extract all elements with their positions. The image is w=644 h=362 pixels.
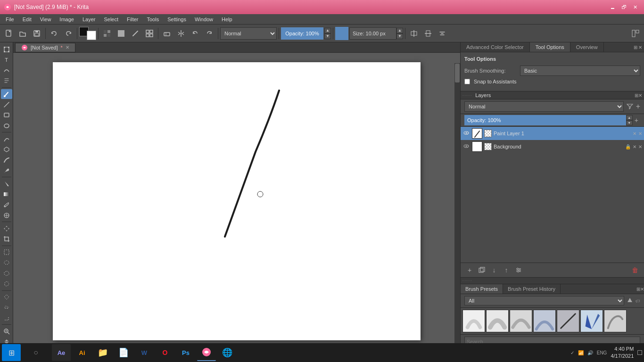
- taskbar-notepad-plus[interactable]: 📄: [114, 344, 133, 361]
- layers-opacity-down-btn[interactable]: ▼: [626, 120, 633, 125]
- taskbar-file-explorer[interactable]: 📁: [93, 344, 112, 361]
- menu-layer[interactable]: Layer: [79, 16, 99, 23]
- layers-filter-btn[interactable]: [627, 103, 633, 111]
- brush-preset-5[interactable]: [557, 310, 579, 332]
- brush-preset-3[interactable]: [510, 310, 532, 332]
- brush-settings-button[interactable]: [129, 27, 142, 40]
- panel-close-btn[interactable]: ✕: [638, 45, 642, 50]
- text-tool[interactable]: T: [1, 55, 12, 65]
- snap-to-assistants-checkbox[interactable]: [464, 79, 470, 84]
- zoom-tool[interactable]: [1, 326, 12, 336]
- layer-action-btn-1[interactable]: ✕: [633, 131, 636, 136]
- close-button[interactable]: ✕: [630, 2, 640, 12]
- taskbar-after-effects[interactable]: Ae: [52, 344, 71, 361]
- brush-smoothing-select[interactable]: Basic Weighted Stabilizer None: [520, 66, 640, 76]
- layers-add-btn[interactable]: +: [636, 102, 640, 111]
- taskbar-notification-icon[interactable]: □: [637, 348, 642, 357]
- tab-brush-preset-history[interactable]: Brush Preset History: [503, 284, 561, 294]
- add-layer-button[interactable]: +: [464, 265, 475, 275]
- layers-float-btn[interactable]: ⊞: [635, 93, 638, 98]
- taskbar-illustrator[interactable]: Ai: [73, 344, 91, 361]
- brush-preset-2[interactable]: [486, 310, 509, 332]
- brush-preset-6[interactable]: [580, 310, 603, 332]
- freehand-path-tool[interactable]: [1, 134, 12, 144]
- layer-properties-button[interactable]: [513, 265, 524, 275]
- restore-button[interactable]: 🗗: [619, 2, 629, 12]
- menu-filter[interactable]: Filter: [123, 16, 142, 23]
- layer-visibility-paint[interactable]: [462, 130, 470, 137]
- menu-image[interactable]: Image: [56, 16, 78, 23]
- mirror-h-button[interactable]: [407, 27, 421, 40]
- layer-action-btn-2[interactable]: ✕: [638, 131, 642, 136]
- menu-view[interactable]: View: [36, 16, 55, 23]
- canvas-viewport[interactable]: [13, 53, 460, 349]
- minimize-button[interactable]: 🗕: [607, 2, 618, 12]
- new-document-button[interactable]: [2, 27, 15, 40]
- calligraphy-tool[interactable]: [1, 155, 12, 165]
- contiguous-select-tool[interactable]: [1, 292, 12, 302]
- color-sampler-tool[interactable]: [1, 200, 12, 210]
- freehand-brush-tool[interactable]: [1, 89, 12, 99]
- gradient-tool[interactable]: [1, 189, 12, 199]
- background-color-swatch[interactable]: [87, 31, 96, 40]
- layer-item-background[interactable]: Background 🔒 ✕ ✕: [461, 140, 644, 153]
- canvas-drawing-area[interactable]: [53, 62, 421, 340]
- canvas-options-button[interactable]: [436, 27, 449, 40]
- freehand-transform-tool[interactable]: [1, 66, 12, 75]
- rotate-right-button[interactable]: [203, 27, 216, 40]
- tab-overview[interactable]: Overview: [570, 42, 604, 52]
- smart-patch-tool[interactable]: [1, 210, 12, 220]
- undo-button[interactable]: [48, 27, 61, 40]
- erase-button[interactable]: [160, 27, 173, 40]
- taskbar-photoshop[interactable]: Ps: [176, 344, 195, 361]
- similar-select-tool[interactable]: [1, 303, 12, 313]
- freehand-select-tool[interactable]: [1, 279, 12, 288]
- brush-preset-1[interactable]: [462, 310, 485, 332]
- duplicate-layer-button[interactable]: [477, 265, 487, 275]
- tab-advanced-color-selector[interactable]: Advanced Color Selector: [461, 42, 530, 52]
- pattern-button[interactable]: [100, 27, 114, 40]
- brush-panel-float-btn[interactable]: ⊞: [636, 284, 640, 294]
- symmetry-button[interactable]: [174, 27, 188, 40]
- brush-tag-select[interactable]: All Favorites: [464, 296, 624, 305]
- blend-mode-select[interactable]: Normal Multiply Screen Overlay: [220, 27, 277, 40]
- brush-preset-4[interactable]: [533, 310, 556, 332]
- rotate-left-button[interactable]: [189, 27, 202, 40]
- taskbar-start-button[interactable]: ⊞: [2, 344, 21, 361]
- size-down-button[interactable]: ▼: [396, 33, 403, 39]
- crop-tool[interactable]: [1, 234, 12, 244]
- menu-edit[interactable]: Edit: [19, 16, 35, 23]
- layers-opacity-up-btn[interactable]: ▲: [626, 115, 633, 120]
- move-tool[interactable]: [1, 223, 12, 233]
- rectangle-tool[interactable]: [1, 110, 12, 120]
- rect-select-tool[interactable]: [1, 247, 12, 257]
- delete-layer-button[interactable]: 🗑: [630, 265, 640, 275]
- tab-tool-options[interactable]: Tool Options: [530, 42, 570, 52]
- ellipse-select-tool[interactable]: [1, 258, 12, 268]
- ellipse-tool[interactable]: [1, 121, 12, 131]
- canvas-tab-close[interactable]: ✕: [66, 45, 69, 50]
- layers-collapse-btn[interactable]: +: [633, 116, 640, 124]
- layer-item-paint-layer-1[interactable]: Paint Layer 1 ✕ ✕: [461, 127, 644, 140]
- move-layer-up-button[interactable]: ↑: [501, 265, 512, 275]
- menu-settings[interactable]: Settings: [164, 16, 190, 23]
- polygon-select-tool[interactable]: [1, 268, 12, 278]
- canvas-tab[interactable]: [Not Saved] * ✕: [15, 43, 75, 52]
- panel-layout-button[interactable]: [629, 27, 642, 40]
- menu-select[interactable]: Select: [100, 16, 122, 23]
- line-tool[interactable]: [1, 99, 12, 109]
- menu-help[interactable]: Help: [218, 16, 236, 23]
- brush-tag-button[interactable]: [627, 297, 633, 304]
- taskbar-word[interactable]: W: [135, 344, 154, 361]
- taskbar-opera[interactable]: O: [156, 344, 174, 361]
- taskbar-krita[interactable]: [197, 344, 216, 361]
- layer-bg-action-btn[interactable]: ✕: [633, 144, 636, 149]
- open-document-button[interactable]: [16, 27, 29, 40]
- brush-preset-7[interactable]: [604, 310, 627, 332]
- opacity-down-button[interactable]: ▼: [324, 33, 331, 39]
- layer-bg-action-btn-2[interactable]: ✕: [638, 144, 642, 149]
- tab-brush-presets[interactable]: Brush Presets: [461, 284, 503, 294]
- transform-tool[interactable]: [1, 44, 12, 54]
- redo-button[interactable]: [62, 27, 75, 40]
- taskbar-chrome[interactable]: 🌐: [218, 344, 237, 361]
